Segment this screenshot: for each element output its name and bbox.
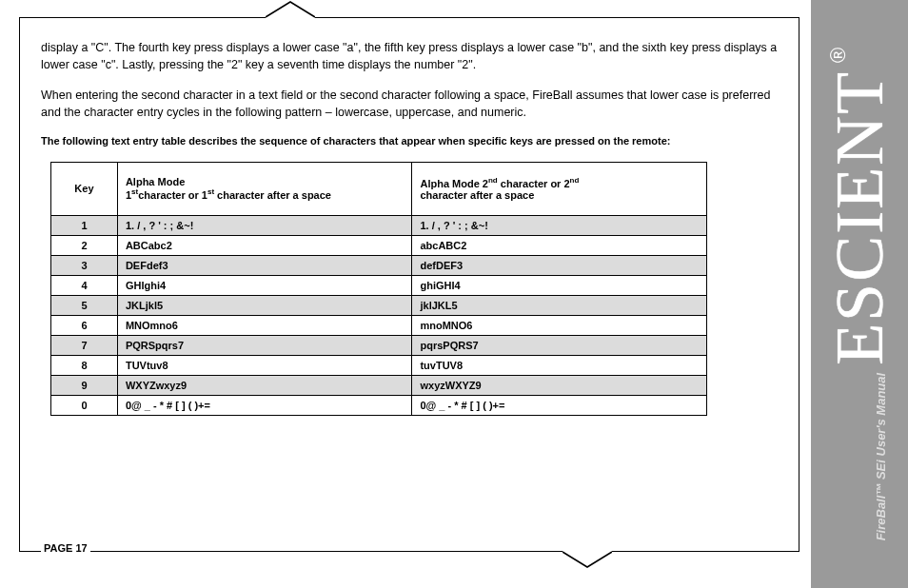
cell-mode2: 0@ _ - * # [ ] ( )+= [412, 395, 707, 415]
cell-mode2: jklJKL5 [412, 295, 707, 315]
cell-mode1: ABCabc2 [117, 235, 412, 255]
header-col2-line2: character after a space [420, 189, 534, 201]
content-frame: display a "C". The fourth key press disp… [19, 17, 799, 552]
header-col2-line1: Alpha Mode 2nd character or 2nd [420, 178, 579, 189]
cell-mode1: 1. / , ? ' : ; &~! [117, 215, 412, 235]
cell-key: 7 [51, 335, 118, 355]
cell-mode1: WXYZwxyz9 [117, 375, 412, 395]
cell-mode2: 1. / , ? ' : ; &~! [412, 215, 707, 235]
h1b: character or 1 [138, 189, 207, 201]
body-paragraph-2: When entering the second character in a … [41, 87, 778, 121]
sup-st2-icon: st [207, 187, 214, 196]
table-intro-bold: The following text entry table describes… [41, 135, 778, 147]
cell-mode1: 0@ _ - * # [ ] ( )+= [117, 395, 412, 415]
cell-mode2: pqrsPQRS7 [412, 335, 707, 355]
cell-mode2: tuvTUV8 [412, 355, 707, 375]
table-header-key: Key [51, 162, 118, 215]
table-header-row: Key Alpha Mode 1stcharacter or 1st chara… [51, 162, 707, 215]
header-key-label: Key [74, 183, 93, 194]
cell-key: 5 [51, 295, 118, 315]
header-col1-line1: Alpha Mode [126, 176, 185, 187]
page-number: PAGE 17 [41, 542, 90, 554]
registered-mark-icon: ® [826, 48, 851, 63]
table-row: 4GHIghi4ghiGHI4 [51, 275, 707, 295]
cell-mode2: wxyzWXYZ9 [412, 375, 707, 395]
table-header-col1: Alpha Mode 1stcharacter or 1st character… [117, 162, 412, 215]
frame-notch-bottom-icon [563, 535, 612, 552]
header-col1-line2: 1stcharacter or 1st character after a sp… [126, 189, 331, 201]
table-header-col2: Alpha Mode 2nd character or 2nd characte… [412, 162, 707, 215]
cell-mode1: TUVtuv8 [117, 355, 412, 375]
brand-sidebar: FireBall™ SEi User's Manual ESCIENT ® [811, 0, 908, 588]
frame-notch-top-icon [266, 17, 315, 34]
cell-mode1: JKLjkl5 [117, 295, 412, 315]
cell-key: 1 [51, 215, 118, 235]
cell-mode2: abcABC2 [412, 235, 707, 255]
text-entry-table: Key Alpha Mode 1stcharacter or 1st chara… [50, 162, 707, 416]
table-row: 7PQRSpqrs7pqrsPQRS7 [51, 335, 707, 355]
cell-key: 2 [51, 235, 118, 255]
cell-mode2: defDEF3 [412, 255, 707, 275]
table-row: 5JKLjkl5jklJKL5 [51, 295, 707, 315]
body-paragraph-1: display a "C". The fourth key press disp… [41, 39, 778, 73]
sup-nd-icon: nd [488, 176, 498, 185]
table-body: 11. / , ? ' : ; &~!1. / , ? ' : ; &~!2AB… [51, 215, 707, 415]
table-row: 8TUVtuv8tuvTUV8 [51, 355, 707, 375]
cell-key: 8 [51, 355, 118, 375]
table-row: 11. / , ? ' : ; &~!1. / , ? ' : ; &~! [51, 215, 707, 235]
h2b: character or 2 [498, 178, 570, 189]
table-row: 3DEFdef3defDEF3 [51, 255, 707, 275]
cell-key: 0 [51, 395, 118, 415]
cell-key: 3 [51, 255, 118, 275]
cell-mode2: ghiGHI4 [412, 275, 707, 295]
cell-key: 9 [51, 375, 118, 395]
cell-mode1: GHIghi4 [117, 275, 412, 295]
cell-key: 4 [51, 275, 118, 295]
h2a: Alpha Mode 2 [420, 178, 488, 189]
cell-mode1: MNOmno6 [117, 315, 412, 335]
table-row: 00@ _ - * # [ ] ( )+=0@ _ - * # [ ] ( )+… [51, 395, 707, 415]
brand-sidebar-inner: FireBall™ SEi User's Manual ESCIENT ® [820, 48, 899, 541]
cell-key: 6 [51, 315, 118, 335]
table-row: 6MNOmno6mnoMNO6 [51, 315, 707, 335]
cell-mode2: mnoMNO6 [412, 315, 707, 335]
sup-nd2-icon: nd [570, 176, 580, 185]
h1c: character after a space [214, 189, 331, 201]
manual-subtitle: FireBall™ SEi User's Manual [874, 373, 888, 540]
cell-mode1: DEFdef3 [117, 255, 412, 275]
text-entry-table-wrap: Key Alpha Mode 1stcharacter or 1st chara… [50, 162, 778, 416]
page-root: FireBall™ SEi User's Manual ESCIENT ® di… [0, 0, 908, 588]
table-row: 2ABCabc2abcABC2 [51, 235, 707, 255]
cell-mode1: PQRSpqrs7 [117, 335, 412, 355]
brand-logo-text: ESCIENT [820, 70, 899, 365]
table-row: 9WXYZwxyz9wxyzWXYZ9 [51, 375, 707, 395]
